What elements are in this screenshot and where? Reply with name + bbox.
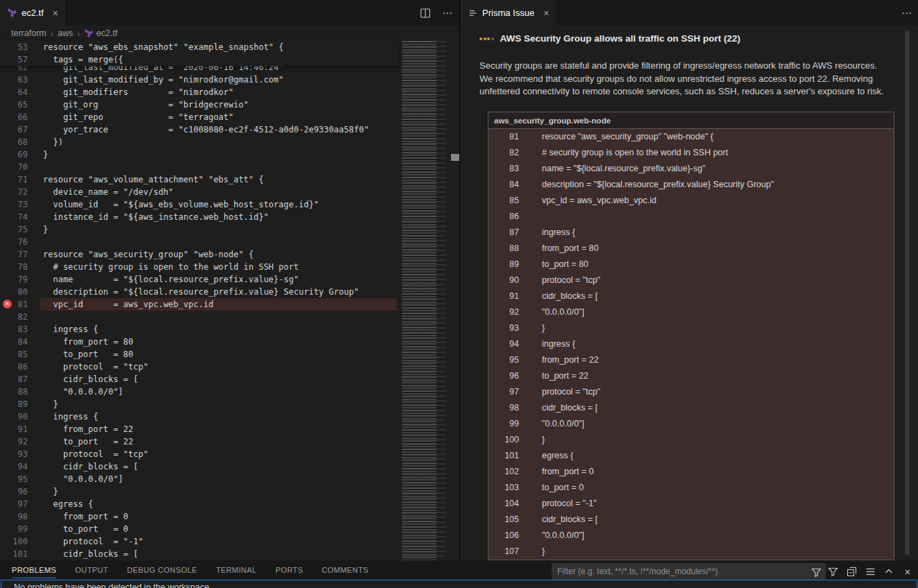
line-text[interactable]: git_last_modified_by = "nimrodkor@gmail.… bbox=[43, 74, 284, 86]
line-number[interactable]: 93 bbox=[0, 448, 28, 460]
code-line[interactable]: × 84 from_port = 80 bbox=[0, 336, 399, 348]
line-number[interactable]: 84 bbox=[0, 336, 28, 348]
code-line[interactable]: × 63 git_last_modified_by = "nimrodkor@g… bbox=[0, 74, 399, 86]
line-number[interactable]: 77 bbox=[0, 248, 28, 261]
line-text[interactable]: resource "aws_security_group" "web-node"… bbox=[43, 248, 253, 261]
code-line[interactable]: × 75 } bbox=[0, 223, 399, 236]
code-line[interactable]: × 87 cidr_blocks = [ bbox=[0, 373, 399, 386]
line-number[interactable]: 100 bbox=[0, 535, 28, 548]
code-line[interactable]: × 88 "0.0.0.0/0"] bbox=[0, 386, 399, 398]
code-line[interactable]: × 68 }) bbox=[0, 136, 399, 148]
sticky-line[interactable]: 53 resource "aws_ebs_snapshot" "example_… bbox=[0, 41, 399, 53]
line-text[interactable]: # security group is open to the world in… bbox=[43, 261, 298, 273]
code-editor[interactable]: × 62 git_last_modified_at = "2020-06-16 … bbox=[0, 61, 399, 560]
code-line[interactable]: × 98 from_port = 0 bbox=[0, 510, 399, 523]
line-number[interactable]: 63 bbox=[0, 74, 28, 86]
code-line[interactable]: × 91 from_port = 22 bbox=[0, 423, 399, 435]
code-line[interactable]: × 78 # security group is open to the wor… bbox=[0, 261, 399, 273]
panel-tab[interactable]: PROBLEMS bbox=[12, 560, 56, 580]
maximize-panel-icon[interactable] bbox=[883, 565, 895, 578]
filter-input[interactable] bbox=[552, 563, 826, 580]
line-text[interactable]: name = "${local.resource_prefix.value}-s… bbox=[43, 273, 298, 286]
line-number[interactable]: 66 bbox=[0, 111, 28, 123]
code-line[interactable]: × 76 bbox=[0, 236, 399, 248]
code-line[interactable]: × 69 } bbox=[0, 148, 399, 161]
line-text[interactable]: } bbox=[43, 485, 58, 498]
tab-close-icon[interactable]: × bbox=[543, 8, 549, 19]
line-text[interactable]: git_repo = "terragoat" bbox=[43, 111, 234, 123]
line-text[interactable]: device_name = "/dev/sdh" bbox=[43, 186, 173, 198]
line-text[interactable]: from_port = 80 bbox=[43, 336, 133, 348]
code-line[interactable]: × 64 git_modifiers = "nimrodkor" bbox=[0, 86, 399, 98]
line-number[interactable]: 92 bbox=[0, 435, 28, 448]
code-line[interactable]: × 82 bbox=[0, 311, 399, 323]
line-text[interactable]: ingress { bbox=[43, 410, 98, 423]
line-text[interactable]: volume_id = "${aws_ebs_volume.web_host_s… bbox=[43, 198, 318, 211]
line-number[interactable]: 80 bbox=[0, 286, 28, 298]
line-number[interactable]: 91 bbox=[0, 423, 28, 435]
panel-tab[interactable]: TERMINAL bbox=[216, 560, 257, 580]
code-line[interactable]: × 79 name = "${local.resource_prefix.val… bbox=[0, 273, 399, 286]
line-number[interactable]: 71 bbox=[0, 173, 28, 186]
code-line[interactable]: × 80 description = "${local.resource_pre… bbox=[0, 286, 399, 298]
line-number[interactable]: 96 bbox=[0, 485, 28, 498]
line-text[interactable]: description = "${local.resource_prefix.v… bbox=[43, 286, 359, 298]
sticky-line[interactable]: 57 tags = merge({ bbox=[0, 53, 399, 66]
split-editor-icon[interactable] bbox=[419, 7, 432, 19]
line-number[interactable]: 101 bbox=[0, 548, 28, 560]
line-number[interactable]: 72 bbox=[0, 186, 28, 198]
line-number[interactable]: 82 bbox=[0, 311, 28, 323]
line-number[interactable]: 78 bbox=[0, 261, 28, 273]
code-line[interactable]: × 89 } bbox=[0, 398, 399, 410]
line-text[interactable]: git_org = "bridgecrewio" bbox=[43, 98, 248, 111]
code-line[interactable]: × 81 vpc_id = aws_vpc.web_vpc.id bbox=[0, 298, 399, 311]
line-number[interactable]: 89 bbox=[0, 398, 28, 410]
more-actions-icon[interactable]: ⋯ bbox=[901, 7, 912, 19]
line-text[interactable]: protocol = "tcp" bbox=[43, 361, 148, 373]
code-line[interactable]: × 100 protocol = "-1" bbox=[0, 535, 399, 548]
more-actions-icon[interactable]: ⋯ bbox=[442, 7, 453, 19]
tab-prisma-issue[interactable]: Prisma Issue × bbox=[460, 0, 558, 26]
filter-icon[interactable] bbox=[826, 565, 839, 578]
collapse-all-icon[interactable] bbox=[845, 565, 858, 578]
line-number[interactable]: 83 bbox=[0, 323, 28, 336]
minimap[interactable] bbox=[399, 41, 449, 560]
line-text[interactable]: to_port = 0 bbox=[43, 523, 128, 535]
line-number[interactable]: 74 bbox=[0, 211, 28, 223]
line-number[interactable]: 75 bbox=[0, 223, 28, 236]
code-line[interactable]: × 67 yor_trace = "c1008080-ec2f-4512-a0d… bbox=[0, 123, 399, 136]
line-text[interactable]: protocol = "-1" bbox=[43, 535, 144, 548]
panel-tab[interactable]: DEBUG CONSOLE bbox=[127, 560, 197, 580]
code-line[interactable]: × 77 resource "aws_security_group" "web-… bbox=[0, 248, 399, 261]
line-text[interactable]: from_port = 0 bbox=[43, 510, 128, 523]
line-number[interactable]: 88 bbox=[0, 386, 28, 398]
code-line[interactable]: × 93 protocol = "tcp" bbox=[0, 448, 399, 460]
breadcrumb-item-file[interactable]: ec2.tf bbox=[85, 28, 118, 38]
line-text[interactable]: ingress { bbox=[43, 323, 98, 336]
code-line[interactable]: × 74 instance_id = "${aws_instance.web_h… bbox=[0, 211, 399, 223]
line-number[interactable]: 73 bbox=[0, 198, 28, 211]
panel-tab[interactable]: OUTPUT bbox=[75, 560, 108, 580]
line-number[interactable]: 87 bbox=[0, 373, 28, 386]
line-text[interactable]: protocol = "tcp" bbox=[43, 448, 148, 460]
code-line[interactable]: × 92 to_port = 22 bbox=[0, 435, 399, 448]
panel-tab[interactable]: COMMENTS bbox=[322, 560, 368, 580]
code-line[interactable]: × 85 to_port = 80 bbox=[0, 348, 399, 361]
code-line[interactable]: × 72 device_name = "/dev/sdh" bbox=[0, 186, 399, 198]
line-number[interactable]: 97 bbox=[0, 498, 28, 510]
line-text[interactable]: }) bbox=[43, 136, 63, 148]
line-number[interactable]: 90 bbox=[0, 410, 28, 423]
line-number[interactable]: 68 bbox=[0, 136, 28, 148]
panel-scrollbar-thumb[interactable] bbox=[905, 31, 910, 555]
line-number[interactable]: 95 bbox=[0, 473, 28, 485]
line-text[interactable]: from_port = 22 bbox=[43, 423, 133, 435]
line-number[interactable]: 64 bbox=[0, 86, 28, 98]
code-line[interactable]: × 83 ingress { bbox=[0, 323, 399, 336]
code-line[interactable]: × 101 cidr_blocks = [ bbox=[0, 548, 399, 560]
code-line[interactable]: × 94 cidr_blocks = [ bbox=[0, 460, 399, 473]
code-line[interactable]: × 96 } bbox=[0, 485, 399, 498]
line-text[interactable]: to_port = 80 bbox=[43, 348, 133, 361]
line-number[interactable]: 86 bbox=[0, 361, 28, 373]
tab-ec2-tf[interactable]: ec2.tf × bbox=[0, 0, 67, 26]
line-text[interactable]: vpc_id = aws_vpc.web_vpc.id bbox=[43, 298, 214, 311]
